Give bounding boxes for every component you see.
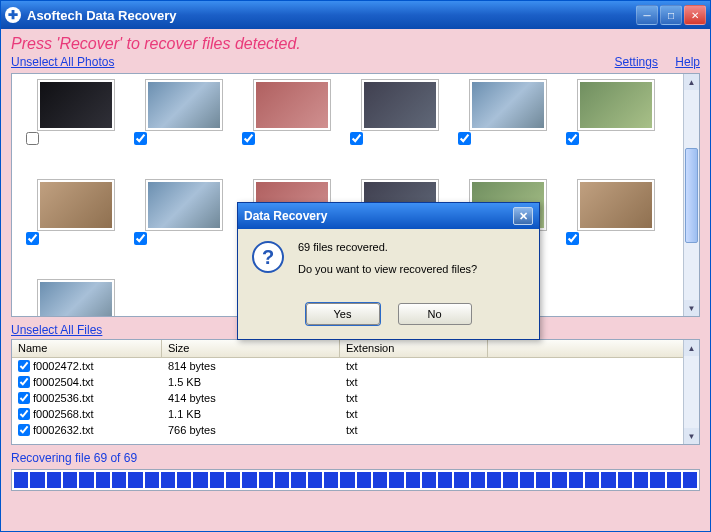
progress-segment [193,472,207,488]
progress-segment [226,472,240,488]
unselect-all-files-link[interactable]: Unselect All Files [11,323,102,337]
thumbnail-image[interactable] [362,80,438,130]
maximize-button[interactable]: □ [660,5,682,25]
photo-thumbnail[interactable] [20,280,128,317]
progress-segment [47,472,61,488]
progress-segment [242,472,256,488]
progress-segment [79,472,93,488]
file-scrollbar[interactable]: ▲ ▼ [683,340,699,444]
progress-segment [667,472,681,488]
col-header-blank [488,340,699,357]
scroll-down-icon[interactable]: ▼ [684,300,699,316]
progress-segment [520,472,534,488]
progress-segment [291,472,305,488]
photo-thumbnail[interactable] [560,180,668,258]
file-checkbox[interactable] [18,392,30,404]
thumbnail-image[interactable] [578,80,654,130]
progress-segment [389,472,403,488]
progress-segment [112,472,126,488]
top-links: Unselect All Photos Settings Help [11,55,700,69]
photo-thumbnail[interactable] [128,80,236,158]
yes-button[interactable]: Yes [306,303,380,325]
progress-segment [275,472,289,488]
minimize-button[interactable]: ─ [636,5,658,25]
progress-segment [357,472,371,488]
thumbnail-checkbox[interactable] [26,232,39,245]
thumbnail-image[interactable] [254,80,330,130]
progress-segment [618,472,632,488]
scroll-up-icon[interactable]: ▲ [684,74,699,90]
file-size: 814 bytes [162,360,340,372]
file-panel: Name Size Extension f0002472.txt814 byte… [11,339,700,445]
thumbnail-image[interactable] [38,280,114,317]
dialog-title: Data Recovery [244,209,513,223]
thumbnail-checkbox[interactable] [566,232,579,245]
thumbnail-checkbox[interactable] [134,232,147,245]
progress-segment [471,472,485,488]
col-header-name[interactable]: Name [12,340,162,357]
progress-segment [340,472,354,488]
dialog-close-button[interactable]: ✕ [513,207,533,225]
unselect-all-photos-link[interactable]: Unselect All Photos [11,55,114,69]
progress-segment [454,472,468,488]
file-checkbox[interactable] [18,360,30,372]
question-icon: ? [252,241,284,273]
thumbnail-image[interactable] [146,80,222,130]
file-size: 766 bytes [162,424,340,436]
progress-segment [210,472,224,488]
progress-segment [259,472,273,488]
file-rows: f0002472.txt814 bytestxtf0002504.txt1.5 … [12,358,699,438]
photo-thumbnail[interactable] [560,80,668,158]
close-button[interactable]: ✕ [684,5,706,25]
file-checkbox[interactable] [18,408,30,420]
recovery-dialog: Data Recovery ✕ ? 69 files recovered. Do… [237,202,540,340]
progress-segment [96,472,110,488]
progress-segment [14,472,28,488]
file-size: 1.5 KB [162,376,340,388]
file-extension: txt [340,408,488,420]
thumbnail-checkbox[interactable] [134,132,147,145]
photo-thumbnail[interactable] [20,80,128,158]
progress-segment [601,472,615,488]
file-extension: txt [340,392,488,404]
file-checkbox[interactable] [18,424,30,436]
photo-thumbnail[interactable] [20,180,128,258]
scroll-thumb[interactable] [685,148,698,243]
table-row[interactable]: f0002632.txt766 bytestxt [12,422,699,438]
progress-segment [406,472,420,488]
progress-bar [11,469,700,491]
photo-thumbnail[interactable] [344,80,452,158]
settings-link[interactable]: Settings [615,55,658,69]
table-row[interactable]: f0002472.txt814 bytestxt [12,358,699,374]
progress-segment [63,472,77,488]
progress-segment [536,472,550,488]
thumbnail-checkbox[interactable] [566,132,579,145]
photo-thumbnail[interactable] [452,80,560,158]
thumbnail-checkbox[interactable] [458,132,471,145]
table-row[interactable]: f0002504.txt1.5 KBtxt [12,374,699,390]
thumbnail-checkbox[interactable] [350,132,363,145]
dialog-line2: Do you want to view recovered files? [298,263,477,275]
col-header-size[interactable]: Size [162,340,340,357]
scroll-down-icon[interactable]: ▼ [684,428,699,444]
app-window: ✚ Asoftech Data Recovery ─ □ ✕ Press 'Re… [0,0,711,532]
photo-thumbnail[interactable] [128,180,236,258]
thumbnail-image[interactable] [38,80,114,130]
thumbnail-checkbox[interactable] [242,132,255,145]
progress-segment [373,472,387,488]
col-header-extension[interactable]: Extension [340,340,488,357]
no-button[interactable]: No [398,303,472,325]
photo-thumbnail[interactable] [236,80,344,158]
dialog-body: ? 69 files recovered. Do you want to vie… [238,229,539,297]
thumbnail-checkbox[interactable] [26,132,39,145]
thumbnail-image[interactable] [38,180,114,230]
table-row[interactable]: f0002536.txt414 bytestxt [12,390,699,406]
thumbnail-image[interactable] [470,80,546,130]
scroll-up-icon[interactable]: ▲ [684,340,699,356]
help-link[interactable]: Help [675,55,700,69]
thumbnail-image[interactable] [146,180,222,230]
thumbnail-image[interactable] [578,180,654,230]
photo-scrollbar[interactable]: ▲ ▼ [683,74,699,316]
table-row[interactable]: f0002568.txt1.1 KBtxt [12,406,699,422]
file-checkbox[interactable] [18,376,30,388]
